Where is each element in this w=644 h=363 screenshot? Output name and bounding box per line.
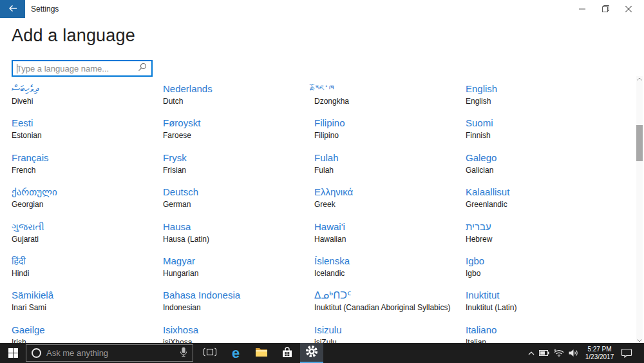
back-button[interactable] — [0, 0, 25, 18]
language-native-name: ગુજરાતી — [12, 221, 163, 233]
language-item[interactable]: DeutschGerman — [163, 186, 314, 220]
language-item[interactable]: Hawai'iHawaiian — [314, 221, 466, 255]
language-native-name: Isixhosa — [163, 324, 314, 337]
language-english-name: Fulah — [314, 166, 466, 175]
language-native-name: Inuktitut — [466, 289, 617, 302]
close-button[interactable] — [617, 0, 640, 18]
action-center-icon[interactable] — [621, 348, 632, 358]
language-search-input[interactable] — [13, 64, 138, 74]
cortana-search-box[interactable]: Ask me anything — [26, 344, 193, 362]
language-item[interactable]: MagyarHungarian — [163, 255, 314, 289]
language-english-name: Filipino — [314, 131, 466, 140]
language-native-name: Isizulu — [314, 324, 466, 337]
search-icon — [138, 63, 147, 74]
page-title: Add a language — [12, 26, 135, 46]
language-item[interactable]: ქართულიGeorgian — [12, 186, 163, 220]
language-english-name: Divehi — [12, 97, 163, 106]
task-view-button[interactable] — [197, 343, 223, 363]
language-english-name: Inuktitut (Latin) — [466, 303, 617, 312]
scrollbar[interactable] — [636, 76, 643, 344]
language-native-name: Italiano — [466, 324, 617, 337]
language-item[interactable]: ગુજરાતીGujarati — [12, 221, 163, 255]
battery-icon[interactable] — [539, 350, 549, 356]
scroll-up-icon[interactable] — [636, 76, 643, 82]
language-native-name: Magyar — [163, 255, 314, 268]
cortana-icon — [32, 348, 41, 358]
microphone-icon[interactable] — [180, 347, 187, 360]
volume-icon[interactable] — [569, 349, 578, 357]
language-item[interactable]: རྫོང་ཁDzongkha — [314, 83, 466, 117]
language-item[interactable]: FryskFrisian — [163, 152, 314, 186]
gear-icon — [305, 345, 318, 360]
language-english-name: Finnish — [466, 131, 617, 140]
language-native-name: ދިވެހިބަސް — [12, 83, 163, 95]
language-native-name: Kalaallisut — [466, 186, 617, 199]
language-english-name: Hungarian — [163, 269, 314, 278]
language-native-name: हिंदी — [12, 255, 163, 268]
taskbar-clock[interactable]: 5:27 PM 1/23/2017 — [583, 346, 616, 361]
language-native-name: Eesti — [12, 117, 163, 130]
language-native-name: Fulah — [314, 152, 466, 164]
language-english-name: English — [466, 97, 617, 106]
language-item[interactable]: IgboIgbo — [466, 255, 617, 289]
language-english-name: Greenlandic — [466, 200, 617, 209]
minimize-icon — [579, 5, 585, 14]
language-item[interactable]: ΕλληνικάGreek — [314, 186, 466, 220]
language-item[interactable]: SämikielâInari Sami — [12, 289, 163, 323]
language-grid: ދިވެހިބަސްDivehiNederlandsDutchརྫོང་ཁDzo… — [12, 83, 625, 353]
language-item[interactable]: NederlandsDutch — [163, 83, 314, 117]
clock-time: 5:27 PM — [583, 346, 616, 353]
close-icon — [625, 5, 632, 14]
language-native-name: Føroyskt — [163, 117, 314, 130]
language-item[interactable]: עבריתHebrew — [466, 221, 617, 255]
language-item[interactable]: SuomiFinnish — [466, 117, 617, 151]
tray-chevron-up-icon[interactable] — [528, 351, 535, 355]
edge-browser-button[interactable]: e — [223, 343, 249, 363]
language-item[interactable]: KalaallisutGreenlandic — [466, 186, 617, 220]
language-item[interactable]: ދިވެހިބަސްDivehi — [12, 83, 163, 117]
language-item[interactable]: EnglishEnglish — [466, 83, 617, 117]
language-item[interactable]: HausaHausa (Latin) — [163, 221, 314, 255]
store-button[interactable] — [274, 343, 300, 363]
cortana-placeholder: Ask me anything — [46, 348, 180, 358]
language-native-name: Suomi — [466, 117, 617, 130]
language-english-name: Inuktitut (Canadian Aboriginal Syllabics… — [314, 303, 466, 312]
language-item[interactable]: FulahFulah — [314, 152, 466, 186]
language-english-name: Inari Sami — [12, 303, 163, 312]
language-native-name: ᐃᓄᒃᑎᑐᑦ — [314, 289, 466, 302]
edge-icon: e — [232, 346, 240, 360]
start-button[interactable] — [0, 343, 26, 363]
language-item[interactable]: FøroysktFaroese — [163, 117, 314, 151]
clock-date: 1/23/2017 — [583, 353, 616, 361]
titlebar: Settings — [0, 0, 644, 18]
taskbar: Ask me anything e — [0, 343, 644, 363]
language-item[interactable]: हिंदीHindi — [12, 255, 163, 289]
language-english-name: Georgian — [12, 200, 163, 209]
window-title: Settings — [31, 5, 59, 14]
settings-button-active[interactable] — [300, 343, 323, 363]
language-english-name: French — [12, 166, 163, 175]
language-item[interactable]: Bahasa IndonesiaIndonesian — [163, 289, 314, 323]
wifi-icon[interactable] — [554, 349, 564, 357]
restore-button[interactable] — [594, 0, 617, 18]
language-english-name: Hausa (Latin) — [163, 235, 314, 244]
language-item[interactable]: EestiEstonian — [12, 117, 163, 151]
minimize-button[interactable] — [571, 0, 594, 18]
language-native-name: རྫོང་ཁ — [314, 83, 466, 95]
scrollbar-thumb[interactable] — [636, 125, 643, 161]
language-item[interactable]: InuktitutInuktitut (Latin) — [466, 289, 617, 323]
windows-logo-icon — [8, 348, 18, 358]
language-native-name: Filipino — [314, 117, 466, 130]
language-item[interactable]: FrançaisFrench — [12, 152, 163, 186]
language-native-name: English — [466, 83, 617, 95]
file-explorer-button[interactable] — [249, 343, 274, 363]
text-caret — [17, 64, 17, 74]
store-bag-icon — [281, 346, 293, 360]
language-item[interactable]: ᐃᓄᒃᑎᑐᑦInuktitut (Canadian Aboriginal Syl… — [314, 289, 466, 323]
language-english-name: Faroese — [163, 131, 314, 140]
language-native-name: Igbo — [466, 255, 617, 268]
language-item[interactable]: ÍslenskaIcelandic — [314, 255, 466, 289]
language-item[interactable]: FilipinoFilipino — [314, 117, 466, 151]
language-english-name: Igbo — [466, 269, 617, 278]
language-item[interactable]: GalegoGalician — [466, 152, 617, 186]
